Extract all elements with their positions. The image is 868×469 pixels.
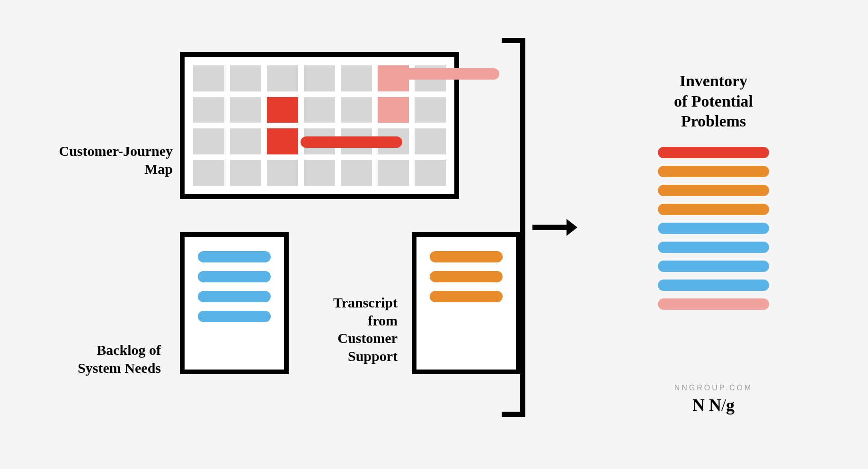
inventory-item (658, 298, 769, 310)
footer: NNGROUP.COM N N/g (658, 384, 769, 415)
journey-cell (230, 160, 261, 186)
text: from (368, 313, 398, 328)
transcript-label: Transcript from Customer Support (298, 294, 398, 365)
journey-cell (193, 65, 224, 91)
text: Customer-Journey (59, 143, 173, 159)
list-item-bar (198, 251, 271, 262)
journey-cell (230, 97, 261, 123)
inventory-item (658, 147, 769, 158)
journey-cell (341, 97, 372, 123)
inventory-item (658, 280, 769, 291)
text: Support (348, 348, 398, 364)
text: Map (144, 161, 173, 177)
journey-cell (267, 65, 298, 91)
backlog-card (180, 232, 289, 374)
journey-map-label: Customer-Journey Map (35, 142, 173, 178)
inventory-item (658, 223, 769, 234)
backlog-label: Backlog of System Needs (35, 341, 161, 377)
footer-site: NNGROUP.COM (658, 384, 769, 392)
journey-cell (193, 128, 224, 154)
grouping-bracket (502, 38, 525, 417)
inventory-item (658, 185, 769, 196)
inventory-label: Inventory of Potential Problems (648, 71, 779, 132)
journey-callout-red (301, 136, 402, 148)
journey-cell (341, 65, 372, 91)
journey-cell (267, 128, 298, 154)
journey-cell (378, 97, 409, 123)
journey-cell (193, 97, 224, 123)
journey-cell (415, 97, 446, 123)
logo-part: g (726, 396, 735, 415)
journey-cell (378, 160, 409, 186)
list-item-bar (198, 311, 271, 322)
journey-callout-pink (393, 68, 499, 80)
inventory-item (658, 166, 769, 177)
inventory-item (658, 204, 769, 215)
journey-cell (230, 65, 261, 91)
inventory-list (658, 147, 769, 317)
journey-cell (415, 160, 446, 186)
text: Customer (337, 330, 398, 346)
text: System Needs (78, 360, 161, 376)
journey-cell (193, 160, 224, 186)
inventory-item (658, 242, 769, 253)
text: Problems (681, 112, 746, 130)
journey-cell (304, 160, 335, 186)
list-item-bar (198, 271, 271, 282)
journey-cell (230, 128, 261, 154)
journey-cell (267, 97, 298, 123)
journey-cell (267, 160, 298, 186)
journey-cell (341, 160, 372, 186)
inventory-item (658, 261, 769, 272)
logo-part: N N (692, 396, 721, 415)
journey-map-grid (193, 65, 446, 186)
footer-logo: N N/g (658, 395, 769, 415)
logo-part: / (721, 396, 726, 415)
list-item-bar (198, 291, 271, 302)
list-item-bar (430, 251, 503, 262)
arrow-icon (532, 219, 577, 236)
journey-cell (304, 97, 335, 123)
text: Transcript (333, 295, 398, 310)
journey-cell (415, 128, 446, 154)
text: Backlog of (97, 342, 161, 358)
text: of Potential (674, 92, 753, 110)
list-item-bar (430, 291, 503, 302)
list-item-bar (430, 271, 503, 282)
text: Inventory (680, 72, 748, 90)
svg-marker-1 (567, 219, 577, 236)
journey-cell (304, 65, 335, 91)
